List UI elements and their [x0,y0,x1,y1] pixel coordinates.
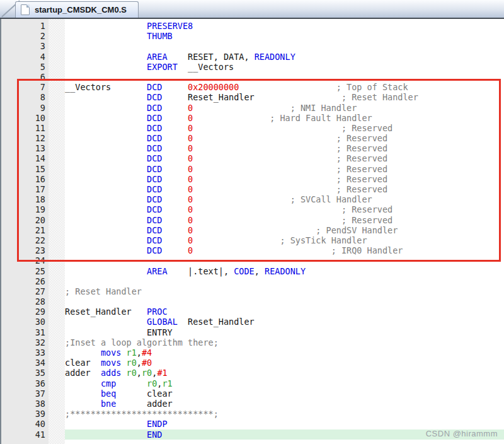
line-number: 7 [0,82,49,92]
margin-gap [49,174,65,184]
margin-gap [49,215,65,225]
code-text[interactable]: PRESERVE8 [65,21,504,31]
margin-gap [49,164,65,174]
code-line: 16 DCD 0 ; Reserved [0,174,504,184]
code-text[interactable] [65,72,504,82]
margin-gap [49,276,65,286]
margin-gap [49,327,65,337]
line-number: 18 [0,194,49,204]
code-text[interactable]: DCD 0 ; Reserved [65,204,504,214]
code-line: 32;Inset a loop algorithm there; [0,337,504,348]
margin-gap [49,103,65,113]
code-text[interactable]: clear movs r0,#0 [65,358,504,368]
code-line: 7__Vectors DCD 0x20000000 ; Top of Stack [0,82,504,92]
code-text[interactable] [65,41,504,51]
code-text[interactable]: DCD 0 ; Hard Fault Handler [65,113,504,123]
margin-gap [49,368,65,378]
code-text[interactable]: DCD 0 ; Reserved [65,174,504,184]
code-text[interactable]: AREA RESET, DATA, READONLY [65,52,504,62]
code-text[interactable]: DCD 0 ; Reserved [65,153,504,163]
code-text[interactable]: GLOBAL Reset_Handler [65,317,504,327]
code-text[interactable]: AREA |.text|, CODE, READONLY [65,266,504,276]
margin-gap [49,389,65,399]
code-text[interactable]: DCD 0 ; PendSV Handler [65,225,504,235]
code-line: 26 [0,276,504,286]
code-text[interactable]: ENDP [65,419,504,429]
code-text[interactable]: adder adds r0,r0,#1 [65,368,504,378]
code-text[interactable]: beq clear [65,389,504,399]
tab-title: startup_CMSDK_CM0.S [35,5,127,15]
line-number: 17 [0,184,49,194]
code-text[interactable] [65,296,504,307]
code-text[interactable]: DCD 0 ; Reserved [65,143,504,153]
margin-gap [49,143,65,153]
margin-gap [49,72,65,82]
code-text[interactable] [65,255,504,266]
line-number: 4 [0,52,49,62]
line-number: 10 [0,113,49,123]
margin-gap [49,31,65,41]
line-number: 23 [0,245,49,255]
code-line: 22 DCD 0 ; SysTick Handler [0,235,504,245]
code-text[interactable]: ; Reset Handler [65,286,504,296]
code-text[interactable]: ;****************************; [65,409,504,419]
margin-gap [49,337,65,348]
code-line: 15 DCD 0 ; Reserved [0,164,504,174]
line-number: 27 [0,286,49,296]
code-text[interactable]: DCD 0 ; NMI Handler [65,103,504,113]
line-number: 1 [0,21,49,31]
code-text[interactable]: movs r1,#4 [65,348,504,358]
code-text[interactable]: ;Inset a loop algorithm there; [65,337,504,348]
code-text[interactable]: __Vectors DCD 0x20000000 ; Top of Stack [65,82,504,92]
line-number: 3 [0,41,49,51]
code-line: 18 DCD 0 ; SVCall Handler [0,194,504,204]
line-number: 29 [0,307,49,317]
code-line: 31 ENTRY [0,327,504,337]
margin-gap [49,62,65,72]
code-line: 30 GLOBAL Reset_Handler [0,317,504,327]
margin-gap [49,153,65,163]
line-number: 22 [0,235,49,245]
code-text[interactable]: DCD 0 ; Reserved [65,215,504,225]
code-text[interactable]: DCD 0 ; SVCall Handler [65,194,504,204]
code-text[interactable]: DCD 0 ; IRQ0 Handler [65,245,504,255]
code-line: 1 PRESERVE8 [0,21,504,31]
code-line: 3 [0,41,504,51]
code-text[interactable]: cmp r0,r1 [65,378,504,389]
line-number: 12 [0,133,49,143]
code-line: 17 DCD 0 ; Reserved [0,184,504,194]
line-number: 28 [0,296,49,307]
line-number: 34 [0,358,49,368]
code-text[interactable]: bne adder [65,399,504,409]
code-text[interactable]: DCD 0 ; Reserved [65,164,504,174]
margin-gap [49,296,65,307]
line-number: 8 [0,92,49,102]
line-number: 15 [0,164,49,174]
tab-startup-file[interactable]: startup_CMSDK_CM0.S [15,1,139,18]
code-text[interactable]: EXPORT __Vectors [65,62,504,72]
margin-gap [49,245,65,255]
code-text[interactable]: DCD 0 ; Reserved [65,123,504,133]
code-line: 28 [0,296,504,307]
code-line: 13 DCD 0 ; Reserved [0,143,504,153]
margin-gap [49,429,65,440]
code-text[interactable]: DCD Reset_Handler ; Reset Handler [65,92,504,102]
code-text[interactable] [65,276,504,286]
code-line: 23 DCD 0 ; IRQ0 Handler [0,245,504,255]
code-text[interactable]: THUMB [65,31,504,41]
code-text[interactable]: DCD 0 ; Reserved [65,133,504,143]
margin-gap [49,113,65,123]
line-number: 36 [0,378,49,389]
margin-gap [49,286,65,296]
line-number: 31 [0,327,49,337]
code-text[interactable]: DCD 0 ; Reserved [65,184,504,194]
code-line: 35adder adds r0,r0,#1 [0,368,504,378]
code-text[interactable]: Reset_Handler PROC [65,307,504,317]
code-line: 4 AREA RESET, DATA, READONLY [0,52,504,62]
margin-gap [49,184,65,194]
line-number: 9 [0,103,49,113]
code-line: 5 EXPORT __Vectors [0,62,504,72]
margin-gap [49,358,65,368]
code-text[interactable]: ENTRY [65,327,504,337]
code-text[interactable]: DCD 0 ; SysTick Handler [65,235,504,245]
